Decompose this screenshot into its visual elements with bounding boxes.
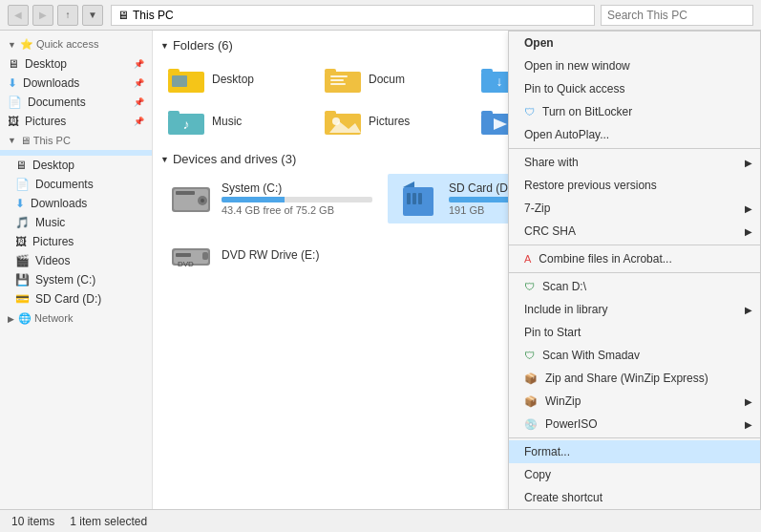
sidebar-label: System (C:) — [35, 273, 95, 287]
menu-7zip[interactable]: 7-Zip ▶ — [509, 197, 760, 220]
menu-open-label: Open — [524, 36, 554, 50]
quick-access-chevron: ▼ — [8, 40, 16, 50]
menu-label: Open AutoPlay... — [524, 128, 609, 141]
sidebar-item-desktop-pc[interactable]: 🖥 Desktop — [0, 156, 152, 175]
menu-pin-start[interactable]: Pin to Start — [509, 321, 760, 344]
svg-rect-5 — [330, 75, 348, 77]
quick-access-label: ⭐ Quick access — [20, 38, 98, 51]
forward-button[interactable]: ▶ — [32, 5, 53, 26]
menu-crc-sha[interactable]: CRC SHA ▶ — [509, 220, 760, 243]
menu-acrobat[interactable]: A Combine files in Acrobat... — [509, 247, 760, 270]
sd-icon: 💳 — [15, 292, 30, 306]
menu-label: Share with — [524, 156, 579, 169]
drive-icon: 💾 — [15, 273, 30, 287]
acrobat-icon: A — [524, 253, 531, 265]
submenu-arrow-icon: ▶ — [745, 305, 752, 315]
menu-include-library[interactable]: Include in library ▶ — [509, 298, 760, 321]
sidebar-label: Documents — [35, 178, 94, 191]
sidebar-item-downloads-quick[interactable]: ⬇ Downloads 📌 — [0, 74, 152, 93]
folder-desktop[interactable]: Desktop — [160, 60, 313, 98]
desktop-folder-icon — [168, 64, 206, 95]
sidebar-item-documents-quick[interactable]: 📄 Documents 📌 — [0, 93, 152, 112]
sidebar-item-documents-pc[interactable]: 📄 Documents — [0, 175, 152, 194]
sidebar-item-system-c[interactable]: 💾 System (C:) — [0, 270, 152, 289]
svg-text:↓: ↓ — [497, 74, 503, 89]
progress-bar — [222, 197, 372, 202]
sidebar-item-downloads-pc[interactable]: ⬇ Downloads — [0, 194, 152, 213]
svg-rect-6 — [330, 79, 344, 81]
menu-create-shortcut[interactable]: Create shortcut — [509, 486, 760, 509]
hdd-icon — [168, 180, 214, 218]
sidebar-label: Desktop — [32, 159, 74, 172]
menu-label: Open in new window — [524, 59, 630, 73]
pictures-folder-icon — [325, 106, 363, 137]
sidebar-label: Desktop — [25, 57, 67, 71]
music-folder-icon: ♪ — [168, 106, 206, 137]
menu-restore-versions[interactable]: Restore previous versions — [509, 174, 760, 197]
sidebar-item-videos-pc[interactable]: 🎬 Videos — [0, 251, 152, 270]
menu-format[interactable]: Format... — [509, 440, 760, 463]
sidebar-item-music-pc[interactable]: 🎵 Music — [0, 213, 152, 232]
svg-rect-2 — [172, 75, 187, 87]
sd-icon — [395, 180, 441, 218]
sidebar-item-pictures-quick[interactable]: 🖼 Pictures 📌 — [0, 112, 152, 131]
folders-header-text: Folders (6) — [173, 38, 233, 53]
sidebar-label: Videos — [35, 254, 70, 267]
back-button[interactable]: ◀ — [8, 5, 29, 26]
menu-winzip-share[interactable]: 📦 Zip and Share (WinZip Express) — [509, 367, 760, 390]
network-chevron: ▶ — [8, 314, 14, 324]
menu-separator-1 — [509, 148, 760, 149]
recent-button[interactable]: ▼ — [82, 5, 103, 26]
menu-scan-d[interactable]: 🛡 Scan D:\ — [509, 275, 760, 298]
menu-label: WinZip — [545, 394, 581, 408]
device-dvd[interactable]: DVD DVD RW Drive (E:) — [160, 231, 380, 281]
menu-copy[interactable]: Copy — [509, 463, 760, 486]
menu-poweriso[interactable]: 💿 PowerISO ▶ — [509, 413, 760, 436]
breadcrumb-icon: 🖥 — [117, 9, 129, 22]
svg-rect-4 — [325, 72, 361, 93]
device-name: DVD RW Drive (E:) — [222, 248, 372, 262]
documents-icon: 📄 — [8, 96, 22, 109]
folder-label: Music — [212, 115, 242, 128]
menu-bitlocker[interactable]: 🛡 Turn on BitLocker — [509, 100, 760, 123]
breadcrumb-text: This PC — [133, 9, 174, 22]
sidebar-label: Pictures — [32, 235, 74, 248]
search-input[interactable] — [601, 5, 753, 26]
sidebar-item-pictures-pc[interactable]: 🖼 Pictures — [0, 232, 152, 251]
menu-label: Scan D:\ — [542, 280, 586, 293]
menu-pin-quick[interactable]: Pin to Quick access — [509, 77, 760, 100]
menu-separator-3 — [509, 272, 760, 273]
device-system-c[interactable]: System (C:) 43.4 GB free of 75.2 GB — [160, 174, 380, 223]
smadav-icon: 🛡 — [524, 281, 535, 292]
folder-label: Docum — [369, 73, 405, 86]
folder-music[interactable]: ♪ Music — [160, 102, 313, 140]
breadcrumb[interactable]: 🖥 This PC — [111, 5, 595, 26]
folder-pictures[interactable]: Pictures — [317, 102, 470, 140]
pin-icon: 📌 — [134, 78, 144, 88]
sidebar-item-desktop-quick[interactable]: 🖥 Desktop 📌 — [0, 54, 152, 74]
menu-open[interactable]: Open — [509, 32, 760, 54]
network-label: 🌐 Network — [18, 312, 73, 325]
poweriso-icon: 💿 — [524, 418, 538, 431]
downloads-icon: ⬇ — [8, 76, 17, 90]
svg-text:♪: ♪ — [183, 117, 190, 132]
svg-text:DVD: DVD — [178, 260, 194, 268]
menu-label: PowerISO — [545, 417, 598, 431]
svg-rect-28 — [407, 193, 411, 204]
folder-documents[interactable]: Docum — [317, 60, 470, 98]
menu-winzip[interactable]: 📦 WinZip ▶ — [509, 390, 760, 413]
nav-buttons: ◀ ▶ ↑ ▼ — [8, 5, 103, 26]
svg-rect-7 — [330, 83, 346, 85]
smadav2-icon: 🛡 — [524, 350, 535, 361]
menu-open-new-window[interactable]: Open in new window — [509, 54, 760, 77]
menu-label: Format... — [524, 445, 570, 458]
winzip2-icon: 📦 — [524, 395, 538, 408]
menu-label: Scan With Smadav — [542, 349, 640, 362]
submenu-arrow-icon: ▶ — [745, 203, 752, 214]
menu-scan-smadav[interactable]: 🛡 Scan With Smadav — [509, 344, 760, 367]
sidebar-item-sd-d[interactable]: 💳 SD Card (D:) — [0, 289, 152, 309]
menu-autoplay[interactable]: Open AutoPlay... — [509, 123, 760, 146]
menu-share[interactable]: Share with ▶ — [509, 151, 760, 174]
titlebar: ◀ ▶ ↑ ▼ 🖥 This PC — [0, 0, 761, 31]
up-button[interactable]: ↑ — [57, 5, 78, 26]
